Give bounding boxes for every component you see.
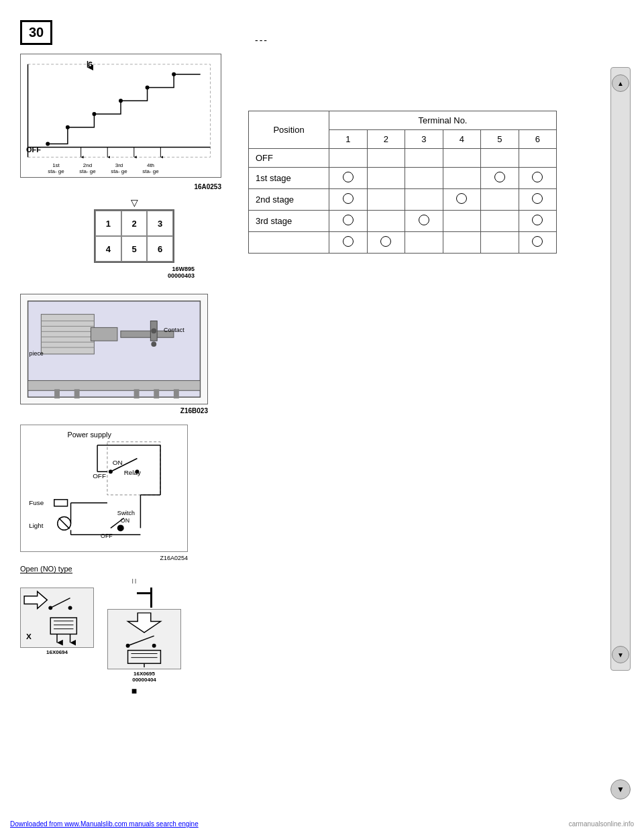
svg-rect-78 — [128, 651, 161, 664]
terminal-cell-3: 3 — [147, 211, 173, 236]
svg-text:OFF: OFF — [101, 533, 113, 539]
circle-mark — [494, 172, 505, 182]
footer-download-link[interactable]: Downloaded from www.Manualslib.com manua… — [10, 820, 199, 828]
bottom-left-code: 16X0694 — [46, 649, 68, 655]
top-separator: --- — [255, 35, 268, 46]
scroll-down-button[interactable]: ▼ — [612, 646, 629, 663]
svg-text:piece: piece — [30, 350, 44, 357]
1st-t2 — [367, 168, 405, 189]
3rd-t1 — [329, 211, 368, 232]
open-no-type-label: Open (NO) type — [20, 565, 72, 573]
svg-text:Power supply: Power supply — [68, 431, 112, 439]
off-t1 — [329, 149, 368, 168]
circle-mark — [343, 193, 354, 204]
table-row-1st: 1st stage — [249, 168, 557, 189]
table-row-off: OFF — [249, 149, 557, 168]
circle-mark — [343, 172, 354, 182]
3rd-t5 — [481, 211, 519, 232]
svg-text:ON: ON — [121, 517, 129, 524]
bottom-scroll-button[interactable]: ▼ — [610, 779, 631, 799]
circle-mark — [532, 172, 543, 182]
terminal-arrow: ▽ — [131, 197, 138, 208]
3rd-t2 — [367, 211, 405, 232]
position-2nd: 2nd stage — [249, 189, 329, 211]
3rd-t4 — [443, 211, 481, 232]
svg-rect-29 — [28, 380, 201, 390]
terminal-box-wrapper: ▽ 1 2 3 4 5 6 16W89500000403 — [20, 197, 248, 291]
svg-point-42 — [136, 469, 140, 474]
off-t4 — [443, 149, 481, 168]
circle-mark — [419, 215, 429, 225]
svg-point-8 — [146, 85, 150, 89]
diagram1-code: 16A0253 — [20, 183, 221, 190]
svg-text:ON: ON — [113, 459, 123, 466]
svg-point-66 — [68, 606, 72, 610]
4th-t5 — [481, 232, 519, 254]
svg-text:Switch: Switch — [117, 510, 135, 516]
1st-t5 — [481, 168, 519, 189]
power-supply-svg: Power supply Relay ON OFF Fuse Light — [21, 425, 187, 551]
4th-t2 — [367, 232, 405, 254]
table-col-6: 6 — [519, 130, 557, 149]
4th-t4 — [443, 232, 481, 254]
left-column: 6 OFF 1st sta- ge 2nd sta- ge 3rd sta- g… — [20, 54, 248, 696]
relay-diagram-code: Z16B023 — [20, 407, 208, 414]
svg-text:Contact: Contact — [164, 327, 184, 333]
svg-text:Fuse: Fuse — [29, 499, 44, 506]
table-row-4th — [249, 232, 557, 254]
table-col-1: 1 — [329, 130, 368, 149]
2nd-t2 — [367, 189, 405, 211]
right-scrollbar[interactable]: ▲ ▼ — [610, 67, 631, 671]
table-col-4: 4 — [443, 130, 481, 149]
circle-mark — [532, 215, 543, 225]
page-number: 30 — [20, 20, 52, 45]
power-diagram-code: Z16A0254 — [20, 555, 188, 561]
svg-point-6 — [92, 112, 96, 116]
terminal-box-code: 16W89500000403 — [74, 266, 195, 279]
terminal-cell-2: 2 — [121, 211, 148, 236]
svg-point-77 — [152, 644, 156, 648]
off-t3 — [405, 149, 443, 168]
3rd-t6 — [519, 211, 557, 232]
svg-rect-44 — [54, 500, 68, 506]
svg-rect-34 — [174, 389, 179, 398]
svg-line-64 — [50, 598, 70, 608]
4th-t3 — [405, 232, 443, 254]
svg-marker-63 — [24, 592, 47, 608]
svg-point-61 — [117, 524, 124, 531]
svg-point-7 — [119, 99, 123, 103]
position-1st: 1st stage — [249, 168, 329, 189]
bottom-right-svg — [108, 610, 180, 669]
right-column: Position Terminal No. 1 2 3 4 5 6 OFF — [248, 111, 570, 267]
terminal-cell-1: 1 — [95, 211, 121, 236]
2nd-t5 — [481, 189, 519, 211]
circle-mark — [380, 236, 391, 247]
terminal-cell-6: 6 — [147, 236, 173, 262]
svg-rect-0 — [28, 64, 211, 157]
off-t6 — [519, 149, 557, 168]
scroll-up-button[interactable]: ▲ — [612, 74, 629, 92]
svg-rect-15 — [41, 315, 94, 354]
4th-t6 — [519, 232, 557, 254]
4th-t1 — [329, 232, 368, 254]
svg-line-75 — [128, 636, 154, 646]
terminal-table: Position Terminal No. 1 2 3 4 5 6 OFF — [248, 111, 557, 254]
1st-t3 — [405, 168, 443, 189]
svg-rect-67 — [50, 618, 76, 634]
circle-mark — [532, 193, 543, 204]
circle-mark — [532, 236, 543, 247]
svg-line-47 — [59, 518, 70, 529]
bottom-diagram-left: X — [20, 588, 94, 648]
svg-rect-32 — [134, 389, 140, 398]
terminal-cell-4: 4 — [95, 236, 121, 262]
table-row-2nd: 2nd stage — [249, 189, 557, 211]
table-header-position: Position — [249, 111, 329, 149]
1st-t1 — [329, 168, 368, 189]
svg-text:OFF: OFF — [93, 472, 106, 480]
1st-t4 — [443, 168, 481, 189]
svg-rect-22 — [91, 327, 117, 341]
switch-graph-svg — [21, 54, 221, 177]
3rd-t3 — [405, 211, 443, 232]
svg-point-25 — [151, 328, 156, 333]
position-off: OFF — [249, 149, 329, 168]
